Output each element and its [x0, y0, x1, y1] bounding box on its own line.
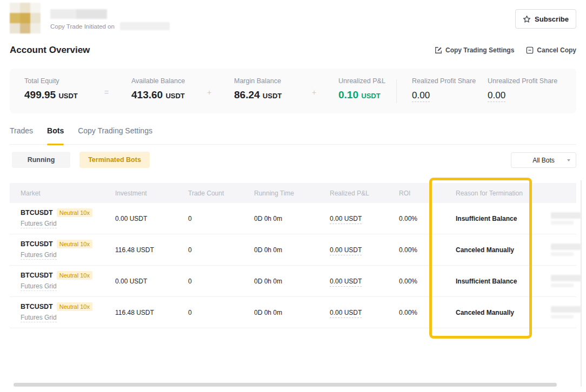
subscribe-label: Subscribe — [535, 15, 569, 23]
col-running-time: Running Time — [254, 190, 330, 197]
cell-trade-count: 0 — [188, 246, 254, 254]
copy-trading-settings-label: Copy Trading Settings — [445, 46, 514, 54]
leverage-badge: Neutral 10x — [57, 208, 92, 217]
tab-trades[interactable]: Trades — [10, 126, 33, 144]
cell-running-time: 0D 0h 0m — [254, 309, 330, 316]
terminated-bots-filter-button[interactable]: Terminated Bots — [79, 152, 150, 168]
table-row: BTCUSDTNeutral 10x Futures Grid 0.00 USD… — [10, 203, 576, 234]
stat-unrealized-profit-share: Unrealized Profit Share 0.00 — [488, 77, 557, 101]
plus-operator: + — [312, 88, 316, 97]
leverage-badge: Neutral 10x — [57, 240, 92, 248]
bot-filters: Running Terminated Bots All Bots — [10, 152, 576, 168]
cancel-copy-link[interactable]: Cancel Copy — [526, 46, 576, 54]
cell-action-redacted[interactable] — [543, 244, 581, 256]
cell-realized-pnl: 0.00 USDT — [330, 278, 399, 285]
active-tab-underline — [47, 144, 64, 145]
col-investment: Investment — [115, 190, 188, 197]
col-trade-count: Trade Count — [188, 190, 254, 197]
stat-available-balance: Available Balance 413.60 USDT — [131, 77, 185, 101]
cell-running-time: 0D 0h 0m — [254, 246, 330, 254]
trader-avatar[interactable] — [10, 3, 41, 33]
star-icon — [523, 15, 531, 23]
cell-reason: Insufficient Balance — [456, 215, 543, 222]
terminated-bots-table: Market Investment Trade Count Running Ti… — [10, 183, 576, 328]
plus-operator: + — [207, 88, 211, 97]
leverage-badge: Neutral 10x — [57, 271, 92, 280]
cell-market: BTCUSDTNeutral 10x Futures Grid — [10, 302, 115, 322]
trader-profile: Copy Trade Initiated on — [10, 3, 170, 33]
cell-reason: Canceled Manually — [456, 309, 543, 316]
horizontal-scrollbar[interactable] — [14, 383, 557, 387]
subscribe-button[interactable]: Subscribe — [515, 9, 576, 29]
stat-margin-balance: Margin Balance 86.24 USDT — [234, 77, 282, 101]
trader-name-redacted — [50, 9, 170, 19]
table-header-row: Market Investment Trade Count Running Ti… — [10, 183, 576, 203]
equals-operator: = — [104, 88, 109, 97]
vertical-scrollbar-track[interactable] — [581, 180, 582, 387]
table-row: BTCUSDTNeutral 10x Futures Grid 116.48 U… — [10, 297, 576, 328]
leverage-badge: Neutral 10x — [57, 302, 92, 311]
cell-roi: 0.00% — [399, 215, 456, 222]
page-title: Account Overview — [10, 45, 90, 56]
cell-investment: 116.48 USDT — [115, 246, 188, 254]
tab-bots[interactable]: Bots — [47, 126, 64, 144]
cell-investment: 0.00 USDT — [115, 278, 188, 285]
cell-realized-pnl: 0.00 USDT — [330, 215, 399, 222]
chevron-down-icon — [567, 159, 570, 161]
all-bots-dropdown[interactable]: All Bots — [511, 152, 576, 168]
stat-total-equity: Total Equity 499.95 USDT — [24, 77, 78, 101]
cell-roi: 0.00% — [399, 278, 456, 285]
initiated-date-redacted — [120, 22, 170, 30]
stat-unrealized-pnl: Unrealized P&L 0.10 USDT — [338, 77, 385, 101]
table-row: BTCUSDTNeutral 10x Futures Grid 116.48 U… — [10, 234, 576, 266]
stat-realized-profit-share: Realized Profit Share 0.00 — [412, 77, 476, 101]
cell-running-time: 0D 0h 0m — [254, 278, 330, 285]
cell-investment: 116.48 USDT — [115, 309, 188, 316]
tab-copy-trading-settings[interactable]: Copy Trading Settings — [78, 126, 152, 144]
edit-icon — [435, 46, 442, 54]
copy-trade-initiated-label: Copy Trade Initiated on — [50, 23, 115, 30]
cell-realized-pnl: 0.00 USDT — [330, 246, 399, 254]
cell-action-redacted[interactable] — [543, 275, 581, 287]
copy-trading-account-page: Copy Trade Initiated on Subscribe Accoun… — [0, 0, 586, 392]
table-row: BTCUSDTNeutral 10x Futures Grid 0.00 USD… — [10, 266, 576, 297]
main-tabs: Trades Bots Copy Trading Settings — [10, 126, 576, 145]
cell-market: BTCUSDTNeutral 10x Futures Grid — [10, 271, 115, 291]
col-roi: ROI — [399, 190, 456, 197]
cancel-copy-label: Cancel Copy — [537, 46, 576, 54]
cell-realized-pnl: 0.00 USDT — [330, 309, 399, 316]
account-stats-panel: Total Equity 499.95 USDT = Available Bal… — [10, 69, 576, 113]
cell-running-time: 0D 0h 0m — [254, 215, 330, 222]
col-market: Market — [10, 190, 115, 197]
col-realized-pnl: Realized P&L — [330, 190, 399, 197]
cell-roi: 0.00% — [399, 309, 456, 316]
copy-trading-settings-link[interactable]: Copy Trading Settings — [435, 46, 514, 54]
running-filter-button[interactable]: Running — [12, 152, 70, 168]
cell-reason: Insufficient Balance — [456, 278, 543, 285]
cell-trade-count: 0 — [188, 278, 254, 285]
cell-reason: Canceled Manually — [456, 246, 543, 254]
col-reason: Reason for Termination — [456, 190, 543, 197]
cell-roi: 0.00% — [399, 246, 456, 254]
cell-market: BTCUSDTNeutral 10x Futures Grid — [10, 240, 115, 260]
cell-action-redacted[interactable] — [543, 212, 581, 225]
minus-square-icon — [526, 46, 534, 54]
cell-market: BTCUSDTNeutral 10x Futures Grid — [10, 208, 115, 228]
cell-trade-count: 0 — [188, 215, 254, 222]
cell-trade-count: 0 — [188, 309, 254, 316]
stats-divider — [396, 79, 397, 103]
trader-info: Copy Trade Initiated on — [50, 3, 170, 33]
cell-action-redacted[interactable] — [543, 306, 581, 319]
cell-investment: 0.00 USDT — [115, 215, 188, 222]
